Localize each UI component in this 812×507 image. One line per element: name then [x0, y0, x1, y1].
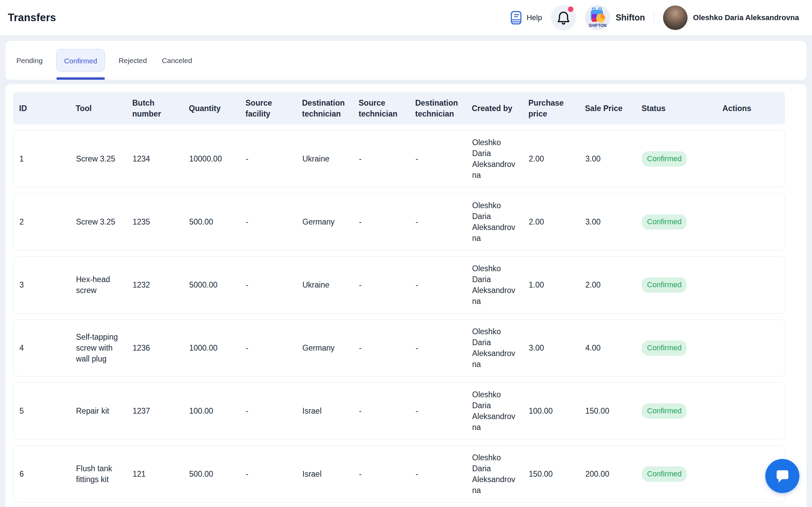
help-button[interactable]: Help — [510, 11, 542, 25]
cell-destination-technician: Ukraine — [296, 153, 353, 164]
cell-tool: Flush tank fittings kit — [70, 463, 126, 485]
status-tabs: Pending Confirmed Rejected Canceled — [5, 41, 807, 80]
cell-id: 6 — [13, 468, 70, 479]
avatar — [663, 5, 688, 30]
cell-source-technician: - — [353, 468, 409, 479]
cell-quantity: 5000.00 — [183, 279, 240, 290]
user-menu[interactable]: Oleshko Daria Aleksandrovna — [663, 5, 799, 30]
cell-destination-technician: Israel — [296, 405, 353, 416]
cell-purchase-price: 1.00 — [523, 279, 579, 290]
notifications-button[interactable] — [551, 5, 576, 30]
cell-status: Confirmed — [636, 403, 692, 419]
tab-pending[interactable]: Pending — [15, 49, 44, 72]
cell-quantity: 500.00 — [183, 468, 240, 479]
cell-quantity: 500.00 — [183, 216, 240, 227]
cell-tool: Screw 3.25 — [70, 153, 126, 164]
cell-purchase-price: 2.00 — [523, 153, 579, 164]
cell-sale-price: 2.00 — [579, 279, 636, 290]
cell-source-technician: - — [353, 153, 409, 164]
col-header-tool: Tool — [70, 103, 126, 114]
table-row[interactable]: 4 Self-tapping screw with wall plug 1236… — [13, 319, 785, 377]
cell-quantity: 1000.00 — [183, 342, 240, 353]
topbar: Transfers Help — [0, 0, 812, 35]
brand-name: Shifton — [616, 13, 645, 22]
cell-source-facility: - — [240, 468, 296, 479]
cell-sale-price: 200.00 — [579, 468, 636, 479]
brand-menu[interactable]: SHIFTON Shifton — [585, 5, 645, 30]
cell-butch-number: 1234 — [126, 153, 183, 164]
table-body: 1 Screw 3.25 1234 10000.00 - Ukraine - -… — [13, 130, 785, 503]
tab-confirmed[interactable]: Confirmed — [56, 49, 105, 72]
status-badge: Confirmed — [642, 403, 687, 419]
cell-source-facility: - — [240, 342, 296, 353]
notification-badge-dot — [568, 6, 573, 12]
table-row[interactable]: 3 Hex-head screw 1232 5000.00 - Ukraine … — [13, 256, 785, 313]
table-row[interactable]: 6 Flush tank fittings kit 121 500.00 - I… — [13, 445, 785, 503]
cell-butch-number: 1232 — [126, 279, 183, 290]
help-label: Help — [527, 13, 542, 22]
cell-created-by: Oleshko Daria Aleksandrovna — [466, 263, 523, 307]
cell-source-facility: - — [240, 279, 296, 290]
cell-destination-technician-2: - — [409, 342, 466, 353]
bell-icon — [557, 11, 570, 25]
table-row[interactable]: 5 Repair kit 1237 100.00 - Israel - - Ol… — [13, 382, 785, 440]
cell-sale-price: 150.00 — [579, 405, 636, 416]
chat-bubble-icon — [774, 467, 791, 485]
col-header-id: ID — [13, 103, 70, 114]
cell-created-by: Oleshko Daria Aleksandrovna — [466, 137, 523, 181]
col-header-purchase-price: Purchase price — [522, 97, 579, 119]
cell-source-facility: - — [240, 216, 296, 227]
user-name: Oleshko Daria Aleksandrovna — [693, 13, 799, 22]
cell-purchase-price: 100.00 — [523, 405, 579, 416]
col-header-actions: Actions — [692, 103, 785, 114]
cell-destination-technician-2: - — [409, 279, 466, 290]
cell-tool: Hex-head screw — [70, 274, 126, 296]
cell-sale-price: 3.00 — [579, 216, 636, 227]
cell-destination-technician-2: - — [409, 153, 466, 164]
status-badge: Confirmed — [642, 340, 687, 356]
table-row[interactable]: 2 Screw 3.25 1235 500.00 - Germany - - O… — [13, 193, 785, 250]
cell-destination-technician: Ukraine — [296, 279, 353, 290]
cell-quantity: 10000.00 — [183, 153, 240, 164]
cell-tool: Screw 3.25 — [70, 216, 126, 227]
status-badge: Confirmed — [642, 466, 687, 482]
cell-source-technician: - — [353, 279, 409, 290]
col-header-butch-number: Butch number — [126, 97, 183, 119]
col-header-source-technician: Source technician — [352, 97, 409, 119]
divider — [654, 12, 654, 24]
topbar-right: Help SHIFTON S — [510, 5, 799, 30]
cell-destination-technician: Germany — [296, 342, 353, 353]
cell-source-facility: - — [240, 153, 296, 164]
cell-created-by: Oleshko Daria Aleksandrovna — [466, 389, 523, 433]
cell-purchase-price: 2.00 — [523, 216, 579, 227]
shifton-logo-icon: SHIFTON — [585, 5, 610, 30]
chat-fab[interactable] — [765, 459, 799, 493]
cell-status: Confirmed — [636, 277, 692, 293]
cell-status: Confirmed — [636, 340, 692, 356]
cell-destination-technician-2: - — [409, 405, 466, 416]
cell-id: 3 — [13, 279, 70, 290]
cell-status: Confirmed — [636, 151, 692, 167]
cell-butch-number: 1235 — [126, 216, 183, 227]
cell-tool: Self-tapping screw with wall plug — [70, 332, 126, 364]
cell-created-by: Oleshko Daria Aleksandrovna — [466, 452, 523, 496]
cell-source-facility: - — [240, 405, 296, 416]
cell-purchase-price: 3.00 — [523, 342, 579, 353]
cell-destination-technician: Germany — [296, 216, 353, 227]
tab-rejected[interactable]: Rejected — [117, 49, 148, 72]
cell-status: Confirmed — [636, 214, 692, 230]
table-row[interactable]: 1 Screw 3.25 1234 10000.00 - Ukraine - -… — [13, 130, 785, 187]
cell-destination-technician-2: - — [409, 468, 466, 479]
cell-created-by: Oleshko Daria Aleksandrovna — [466, 200, 523, 244]
cell-tool: Repair kit — [70, 405, 126, 416]
cell-destination-technician-2: - — [409, 216, 466, 227]
col-header-destination-technician-2: Destination technician — [409, 97, 466, 119]
col-header-quantity: Quantity — [183, 103, 239, 114]
status-badge: Confirmed — [642, 277, 687, 293]
col-header-created-by: Created by — [466, 103, 522, 114]
cell-id: 4 — [13, 342, 70, 353]
help-book-icon — [510, 11, 522, 25]
cell-butch-number: 1236 — [126, 342, 183, 353]
tab-canceled[interactable]: Canceled — [161, 49, 194, 72]
status-badge: Confirmed — [642, 151, 687, 167]
